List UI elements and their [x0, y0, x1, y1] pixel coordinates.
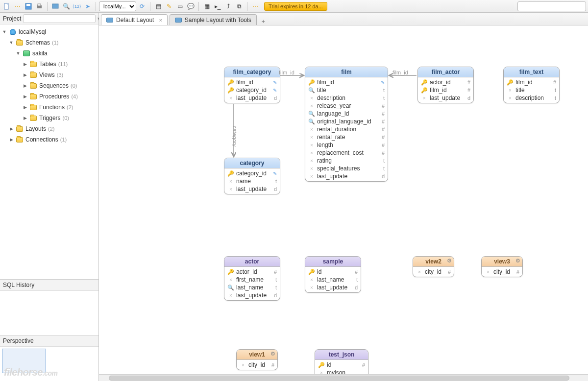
connection-select[interactable]: localMy... — [99, 1, 136, 11]
column-row[interactable]: × last_update d — [224, 94, 280, 102]
column-row[interactable]: 🔍 last_name t — [224, 284, 280, 291]
toolbar-search-input[interactable] — [517, 1, 586, 11]
perspective-body[interactable] — [0, 347, 98, 381]
more-icon[interactable]: ⋯ — [250, 1, 260, 11]
column-row[interactable]: × last_update d — [305, 172, 388, 180]
copy-icon[interactable]: ⧉ — [234, 1, 244, 11]
tree-folder-node[interactable]: ▶ Sequences (0) — [0, 80, 98, 91]
column-row[interactable]: × title t — [504, 86, 559, 94]
entity-film_actor[interactable]: film_actor 🔑 actor_id # 🔑 film_id # × la… — [417, 67, 474, 103]
tree-schema-node[interactable]: ▼ sakila — [0, 48, 98, 59]
column-row[interactable]: × last_update d — [224, 291, 280, 299]
column-row[interactable]: × last_update d — [418, 94, 473, 102]
entity-test_json[interactable]: test_json 🔑 id # × myjson × lastname t — [315, 349, 368, 374]
column-row[interactable]: 🔑 actor_id # — [224, 268, 280, 276]
tree-connections-node[interactable]: ▶ Connections (1) — [0, 134, 98, 145]
column-row[interactable]: 🔑 film_id # — [504, 78, 559, 86]
entity-view3[interactable]: ⚙ view3 × city_id # — [481, 256, 523, 277]
tree-schemas-node[interactable]: ▼ Schemas (1) — [0, 37, 98, 48]
column-row[interactable]: × myjson — [315, 369, 368, 374]
project-filter-input[interactable] — [23, 14, 96, 23]
console-icon[interactable]: ▸_ — [213, 1, 222, 11]
dropdown-icon[interactable]: ⋯ — [13, 1, 23, 11]
column-row[interactable]: × city_id # — [413, 268, 454, 276]
column-row[interactable]: 🔍 original_language_id # — [305, 118, 388, 125]
table-icon[interactable]: ▤ — [153, 1, 163, 11]
tree-folder-node[interactable]: ▶ Tables (11) — [0, 59, 98, 70]
edit-pencil-icon[interactable]: ✎ — [164, 1, 174, 11]
column-row[interactable]: × description t — [504, 94, 559, 102]
entity-sample[interactable]: sample 🔑 id # × last_name t × last_updat… — [305, 256, 361, 293]
entity-header[interactable]: category — [224, 158, 280, 168]
grid-icon[interactable]: ▦ — [202, 1, 212, 11]
perspective-thumbnail[interactable] — [2, 349, 46, 373]
tree-folder-node[interactable]: ▶ Views (3) — [0, 70, 98, 80]
export-icon[interactable]: ⤴ — [223, 1, 233, 11]
entity-film_text[interactable]: film_text 🔑 film_id # × title t × descri… — [503, 67, 560, 103]
add-tab-button[interactable]: + — [259, 18, 268, 25]
entity-header[interactable]: film_text — [504, 67, 559, 77]
column-row[interactable]: × rating t — [305, 157, 388, 165]
comment-icon[interactable]: 💬 — [186, 1, 196, 11]
column-type: t — [271, 277, 277, 283]
entity-actor[interactable]: actor 🔑 actor_id # × first_name t 🔍 last… — [224, 256, 280, 301]
column-row[interactable]: × release_year # — [305, 102, 388, 110]
forward-icon[interactable]: ➤ — [83, 1, 93, 11]
column-row[interactable]: × special_features t — [305, 165, 388, 172]
zoom-dropdown-icon[interactable]: ⟨12⟩ — [72, 1, 82, 11]
refresh-icon[interactable]: ⟳ — [137, 1, 147, 11]
entity-film[interactable]: film 🔑 film_id ✎ 🔍 title t × description… — [305, 67, 388, 182]
horizontal-scrollbar[interactable] — [99, 374, 588, 381]
print-icon[interactable] — [34, 1, 44, 11]
column-row[interactable]: 🔍 language_id # — [305, 110, 388, 118]
column-row[interactable]: 🔑 category_id ✎ — [224, 169, 280, 177]
column-row[interactable]: × description t — [305, 94, 388, 102]
column-row[interactable]: 🔑 film_id # — [418, 86, 473, 94]
entity-header[interactable]: film — [305, 67, 388, 77]
zoom-icon[interactable]: 🔍 — [61, 1, 71, 11]
tree-folder-node[interactable]: ▶ Functions (2) — [0, 102, 98, 113]
sql-history-body[interactable] — [0, 291, 98, 335]
entity-header[interactable]: sample — [305, 257, 361, 267]
tree-folder-node[interactable]: ▶ Procedures (4) — [0, 91, 98, 102]
tree-layouts-node[interactable]: ▶ Layouts (2) — [0, 123, 98, 134]
entity-header[interactable]: film_category — [224, 67, 280, 77]
new-file-icon[interactable] — [2, 1, 12, 11]
scrollbar-thumb[interactable] — [109, 376, 569, 381]
column-row[interactable]: × last_name t — [305, 276, 361, 284]
column-row[interactable]: 🔑 id # — [305, 268, 361, 276]
save-icon[interactable] — [24, 1, 33, 11]
close-icon[interactable]: × — [159, 17, 162, 23]
column-row[interactable]: × last_update d — [305, 284, 361, 291]
column-row[interactable]: × rental_duration # — [305, 125, 388, 133]
layout-tab[interactable]: Default Layout × — [101, 14, 168, 25]
entity-film_category[interactable]: film_category 🔑 film_id ✎ 🔑 category_id … — [224, 67, 280, 103]
entity-header[interactable]: film_actor — [418, 67, 473, 77]
column-row[interactable]: × rental_rate # — [305, 133, 388, 141]
entity-header[interactable]: test_json — [315, 350, 368, 360]
tree-folder-node[interactable]: ▶ Triggers (0) — [0, 113, 98, 123]
layout-icon[interactable] — [50, 1, 60, 11]
entity-view2[interactable]: ⚙ view2 × city_id # — [413, 256, 454, 277]
entity-view1[interactable]: ⚙ view1 × city_id # — [236, 349, 278, 370]
diagram-canvas[interactable]: film_category 🔑 film_id ✎ 🔑 category_id … — [99, 25, 588, 374]
column-row[interactable]: 🔑 film_id ✎ — [305, 78, 388, 86]
column-row[interactable]: × name t — [224, 177, 280, 185]
column-row[interactable]: × city_id # — [237, 361, 277, 369]
entity-category[interactable]: category 🔑 category_id ✎ × name t × last… — [224, 158, 280, 194]
column-row[interactable]: × last_update d — [224, 185, 280, 193]
column-row[interactable]: × replacement_cost # — [305, 149, 388, 157]
column-row[interactable]: 🔑 actor_id # — [418, 78, 473, 86]
column-row[interactable]: × city_id # — [482, 268, 522, 276]
entity-header[interactable]: actor — [224, 257, 280, 267]
column-row[interactable]: 🔑 id # — [315, 361, 368, 369]
column-row[interactable]: 🔑 category_id ✎ — [224, 86, 280, 94]
script-icon[interactable]: ▭ — [175, 1, 185, 11]
trial-banner[interactable]: Trial expires in 12 da... — [264, 2, 327, 11]
layout-tab[interactable]: Sample Layout with Tools — [170, 14, 257, 25]
column-row[interactable]: × length # — [305, 141, 388, 149]
column-row[interactable]: 🔑 film_id ✎ — [224, 78, 280, 86]
column-row[interactable]: 🔍 title t — [305, 86, 388, 94]
tree-db-node[interactable]: ▼ localMysql — [0, 26, 98, 37]
column-row[interactable]: × first_name t — [224, 276, 280, 284]
